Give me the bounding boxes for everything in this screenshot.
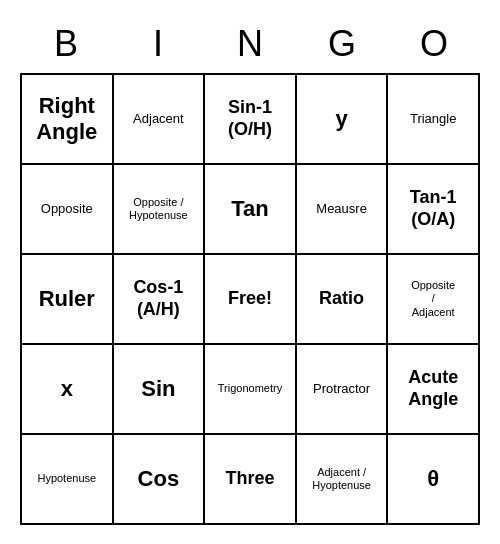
cell-text-5: Opposite [41, 201, 93, 217]
cell-text-21: Cos [138, 466, 180, 492]
bingo-cell-1: Adjacent [114, 75, 206, 165]
bingo-cell-4: Triangle [388, 75, 480, 165]
cell-text-18: Protractor [313, 381, 370, 397]
bingo-cell-16: Sin [114, 345, 206, 435]
cell-text-20: Hypotenuse [37, 472, 96, 485]
cell-text-3: y [335, 106, 347, 132]
bingo-cell-5: Opposite [22, 165, 114, 255]
cell-text-9: Tan-1(O/A) [410, 187, 457, 230]
bingo-cell-13: Ratio [297, 255, 389, 345]
bingo-cell-14: Opposite/Adjacent [388, 255, 480, 345]
bingo-cell-23: Adjacent /Hyoptenuse [297, 435, 389, 525]
cell-text-15: x [61, 376, 73, 402]
cell-text-6: Opposite /Hypotenuse [129, 196, 188, 222]
cell-text-16: Sin [141, 376, 175, 402]
bingo-cell-10: Ruler [22, 255, 114, 345]
cell-text-17: Trigonometry [218, 382, 282, 395]
bingo-cell-24: θ [388, 435, 480, 525]
bingo-cell-11: Cos-1(A/H) [114, 255, 206, 345]
cell-text-8: Meausre [316, 201, 367, 217]
bingo-cell-21: Cos [114, 435, 206, 525]
bingo-cell-15: x [22, 345, 114, 435]
bingo-header: BINGO [20, 19, 480, 73]
bingo-cell-7: Tan [205, 165, 297, 255]
cell-text-23: Adjacent /Hyoptenuse [312, 466, 371, 492]
bingo-cell-20: Hypotenuse [22, 435, 114, 525]
bingo-cell-17: Trigonometry [205, 345, 297, 435]
bingo-cell-22: Three [205, 435, 297, 525]
cell-text-10: Ruler [39, 286, 95, 312]
cell-text-24: θ [427, 466, 439, 492]
header-letter-g: G [296, 19, 388, 73]
cell-text-2: Sin-1(O/H) [228, 97, 272, 140]
bingo-card: BINGO RightAngleAdjacentSin-1(O/H)yTrian… [20, 19, 480, 525]
bingo-cell-8: Meausre [297, 165, 389, 255]
bingo-cell-2: Sin-1(O/H) [205, 75, 297, 165]
cell-text-0: RightAngle [36, 93, 97, 146]
bingo-cell-6: Opposite /Hypotenuse [114, 165, 206, 255]
cell-text-12: Free! [228, 288, 272, 310]
cell-text-1: Adjacent [133, 111, 184, 127]
bingo-cell-3: y [297, 75, 389, 165]
cell-text-14: Opposite/Adjacent [411, 279, 455, 319]
bingo-cell-0: RightAngle [22, 75, 114, 165]
cell-text-13: Ratio [319, 288, 364, 310]
header-letter-i: I [112, 19, 204, 73]
bingo-cell-9: Tan-1(O/A) [388, 165, 480, 255]
cell-text-7: Tan [231, 196, 268, 222]
cell-text-4: Triangle [410, 111, 456, 127]
header-letter-n: N [204, 19, 296, 73]
header-letter-o: O [388, 19, 480, 73]
cell-text-11: Cos-1(A/H) [133, 277, 183, 320]
cell-text-22: Three [225, 468, 274, 490]
bingo-cell-19: AcuteAngle [388, 345, 480, 435]
header-letter-b: B [20, 19, 112, 73]
bingo-cell-12: Free! [205, 255, 297, 345]
bingo-grid: RightAngleAdjacentSin-1(O/H)yTriangleOpp… [20, 73, 480, 525]
cell-text-19: AcuteAngle [408, 367, 458, 410]
bingo-cell-18: Protractor [297, 345, 389, 435]
